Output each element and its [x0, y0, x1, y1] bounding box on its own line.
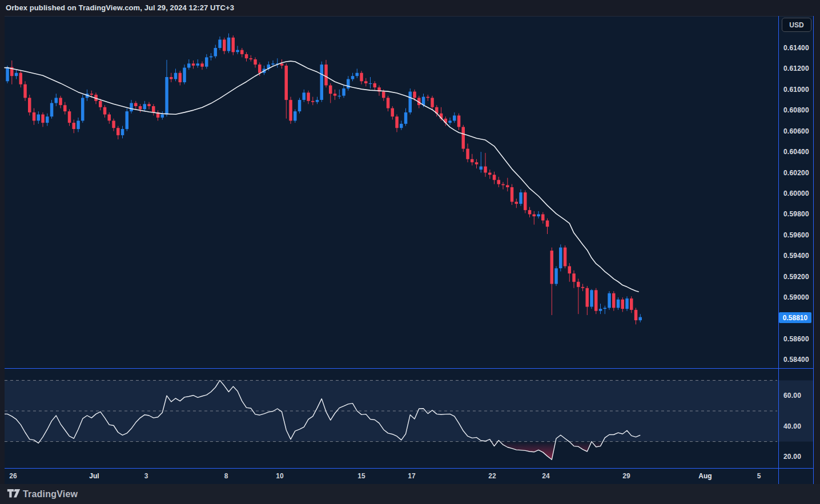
rsi-tick-label: 40.00: [783, 422, 801, 430]
price-axis[interactable]: 0.614000.612000.610000.608000.606000.604…: [778, 16, 814, 468]
time-tick-label: 22: [488, 472, 496, 480]
tradingview-published-chart: Orbex published on TradingView.com, Jul …: [0, 0, 820, 504]
price-tick-label: 0.59200: [783, 273, 809, 281]
price-tick-label: 0.60000: [783, 189, 809, 197]
time-tick-label: 3: [144, 472, 148, 480]
chart-background: [5, 16, 814, 485]
time-tick-label: Aug: [698, 472, 712, 480]
time-tick-label: 17: [408, 472, 415, 480]
tradingview-logo-icon[interactable]: [7, 489, 21, 499]
publish-title: Orbex published on TradingView.com, Jul …: [6, 0, 234, 16]
price-tick-label: 0.60200: [783, 169, 809, 177]
price-tick-label: 0.59600: [783, 231, 809, 239]
time-tick-label: 26: [9, 472, 17, 480]
time-tick-label: 5: [757, 472, 761, 480]
rsi-tick-label: 20.00: [783, 453, 801, 461]
footer-bar: TradingView: [0, 484, 820, 504]
price-tick-label: 0.60600: [783, 127, 809, 135]
time-tick-label: Jul: [89, 472, 99, 480]
price-tick-label: 0.59000: [783, 293, 809, 301]
price-tick-label: 0.61400: [783, 44, 809, 52]
last-price-badge: 0.58810: [779, 312, 811, 323]
time-tick-label: 15: [357, 472, 365, 480]
price-tick-label: 0.61000: [783, 86, 809, 94]
price-tick-label: 0.58600: [783, 335, 809, 343]
time-tick-label: 8: [224, 472, 228, 480]
tradingview-brand-text[interactable]: TradingView: [23, 484, 78, 504]
price-tick-label: 0.59800: [783, 210, 809, 218]
time-tick-label: 29: [622, 472, 630, 480]
price-tick-label: 0.58400: [783, 356, 809, 364]
time-tick-label: 24: [542, 472, 549, 480]
header-bar: Orbex published on TradingView.com, Jul …: [0, 0, 820, 16]
price-tick-label: 0.59400: [783, 252, 809, 260]
time-axis[interactable]: 26Jul38101517222429Aug5: [5, 468, 813, 484]
price-tick-label: 0.61200: [783, 64, 809, 72]
time-tick-label: 10: [276, 472, 283, 480]
price-tick-label: 0.60400: [783, 148, 809, 156]
last-price-value: 0.58810: [783, 314, 807, 322]
price-tick-label: 0.60800: [783, 106, 809, 114]
rsi-tick-label: 60.00: [783, 392, 801, 400]
